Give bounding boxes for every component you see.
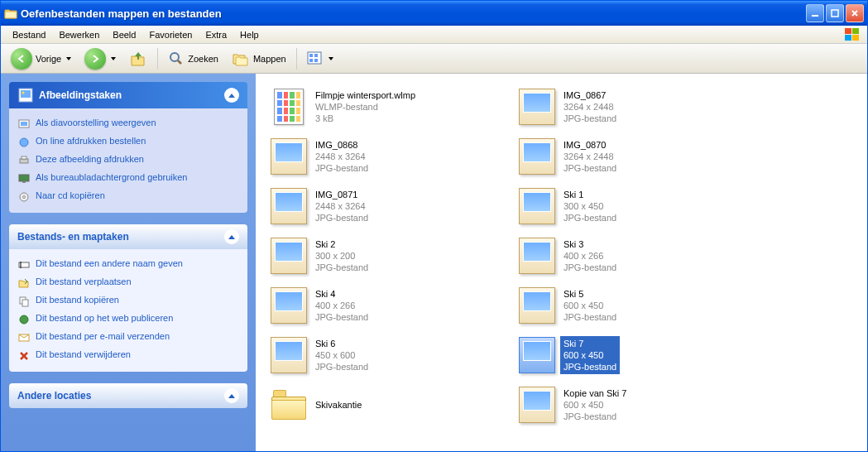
explorer-window: Oefenbestanden mappen en bestanden Besta…	[0, 0, 868, 452]
task-move[interactable]: Dit bestand verplaatsen	[17, 274, 239, 292]
file-info: IMG_08682448 x 3264JPG-bestand	[312, 137, 372, 176]
titlebar[interactable]: Oefenbestanden mappen en bestanden	[1, 1, 867, 26]
menu-help[interactable]: Help	[233, 28, 266, 41]
file-tasks-body: Dit bestand een andere naam geven Dit be…	[9, 249, 247, 372]
window-title: Oefenbestanden mappen en bestanden	[21, 7, 806, 20]
chevron-down-icon	[111, 57, 116, 60]
forward-button[interactable]	[79, 45, 121, 73]
task-publish[interactable]: Dit bestand op het web publiceren	[17, 310, 239, 329]
search-icon	[168, 50, 185, 67]
other-locations-header[interactable]: Andere locaties	[9, 383, 247, 408]
task-print[interactable]: Deze afbeelding afdrukken	[17, 151, 239, 170]
svg-point-14	[22, 92, 25, 94]
svg-point-23	[23, 196, 26, 199]
folders-button[interactable]: Mappen	[227, 47, 291, 70]
file-name: Ski 4	[315, 288, 368, 300]
task-delete[interactable]: Dit bestand verwijderen	[17, 347, 239, 365]
file-item[interactable]: Ski 3400 x 266JPG-bestand	[516, 231, 747, 281]
file-meta: JPG-bestand	[563, 411, 626, 422]
file-item[interactable]: IMG_08703264 x 2448JPG-bestand	[516, 132, 747, 181]
task-email[interactable]: Dit bestand per e-mail verzenden	[17, 329, 239, 347]
windows-logo-icon	[842, 26, 862, 43]
file-tasks-header[interactable]: Bestands- en maptaken	[9, 224, 247, 249]
file-name: IMG_0870	[563, 139, 616, 151]
file-item[interactable]: Ski 5600 x 450JPG-bestand	[516, 281, 747, 330]
collapse-icon[interactable]	[224, 388, 239, 403]
task-copy-cd[interactable]: Naar cd kopiëren	[17, 188, 239, 206]
collapse-icon[interactable]	[224, 229, 239, 244]
file-item[interactable]: Ski 7600 x 450JPG-bestand	[516, 330, 747, 380]
file-meta: JPG-bestand	[563, 162, 616, 174]
up-button[interactable]	[124, 46, 152, 71]
svg-rect-13	[21, 90, 31, 98]
file-name: Ski 1	[563, 189, 616, 200]
file-item[interactable]: Ski 1300 x 450JPG-bestand	[516, 181, 747, 231]
file-meta: 600 x 450	[563, 300, 616, 311]
file-meta: JPG-bestand	[563, 361, 616, 373]
folder-icon	[4, 7, 17, 20]
search-button[interactable]: Zoeken	[163, 47, 223, 70]
file-meta: JPG-bestand	[563, 212, 616, 224]
image-icon	[517, 335, 557, 375]
task-slideshow[interactable]: Als diavoorstelling weergeven	[17, 115, 239, 133]
svg-rect-8	[309, 54, 313, 57]
file-meta: 2448 x 3264	[315, 151, 368, 162]
image-tasks-header[interactable]: Afbeeldingstaken	[9, 82, 247, 108]
file-item[interactable]: Filmpje wintersport.wlmpWLMP-bestand3 kB	[267, 82, 499, 132]
menu-bewerken[interactable]: Bewerken	[52, 28, 106, 41]
minimize-button[interactable]	[806, 4, 824, 22]
content-area: Afbeeldingstaken Als diavoorstelling wee…	[1, 74, 867, 451]
file-meta: 600 x 450	[563, 399, 626, 411]
file-tasks-title: Bestands- en maptaken	[17, 231, 129, 243]
folder-icon	[269, 385, 309, 425]
file-item[interactable]: IMG_08682448 x 3264JPG-bestand	[267, 132, 499, 181]
views-icon	[307, 51, 324, 66]
file-info: IMG_08703264 x 2448JPG-bestand	[560, 137, 620, 176]
file-item[interactable]: Ski 6450 x 600JPG-bestand	[267, 330, 499, 380]
back-button[interactable]: Vorige	[6, 45, 76, 73]
file-info: Filmpje wintersport.wlmpWLMP-bestand3 kB	[312, 88, 419, 126]
file-item[interactable]: Ski 4400 x 266JPG-bestand	[267, 281, 499, 330]
menu-beeld[interactable]: Beeld	[106, 28, 142, 41]
maximize-button[interactable]	[826, 4, 844, 22]
file-meta: JPG-bestand	[315, 361, 368, 373]
file-name: IMG_0868	[315, 139, 368, 151]
file-item[interactable]: IMG_08673264 x 2448JPG-bestand	[516, 82, 747, 132]
task-copy[interactable]: Dit bestand kopiëren	[17, 292, 239, 310]
menu-bestand[interactable]: Bestand	[6, 28, 52, 41]
task-sidebar: Afbeeldingstaken Als diavoorstelling wee…	[1, 74, 256, 451]
image-icon	[269, 186, 309, 226]
slideshow-icon	[17, 118, 31, 131]
task-rename[interactable]: Dit bestand een andere naam geven	[17, 256, 239, 274]
views-button[interactable]	[302, 48, 338, 70]
move-icon	[17, 276, 31, 290]
chevron-down-icon	[328, 57, 333, 60]
file-item[interactable]: Ski 2300 x 200JPG-bestand	[267, 231, 499, 281]
menubar: Bestand Bewerken Beeld Favorieten Extra …	[1, 26, 867, 44]
folders-icon	[232, 50, 250, 67]
file-item[interactable]: Kopie van Ski 7600 x 450JPG-bestand	[516, 380, 747, 430]
file-list[interactable]: Filmpje wintersport.wlmpWLMP-bestand3 kB…	[256, 74, 867, 451]
task-order-prints[interactable]: On line afdrukken bestellen	[17, 133, 239, 151]
svg-point-28	[20, 315, 28, 324]
image-icon	[517, 137, 557, 176]
file-item[interactable]: Skivakantie	[267, 380, 499, 430]
image-icon	[517, 236, 557, 276]
close-button[interactable]	[846, 4, 864, 22]
svg-rect-20	[19, 175, 29, 181]
menu-extra[interactable]: Extra	[199, 28, 233, 41]
svg-rect-18	[20, 159, 28, 163]
file-item[interactable]: IMG_08712448 x 3264JPG-bestand	[267, 181, 499, 231]
task-wallpaper[interactable]: Als bureaubladachtergrond gebruiken	[17, 170, 239, 188]
file-info: Ski 6450 x 600JPG-bestand	[312, 336, 372, 374]
svg-rect-11	[314, 59, 318, 62]
file-meta: 400 x 266	[315, 300, 368, 311]
menu-favorieten[interactable]: Favorieten	[142, 28, 199, 41]
image-icon	[517, 186, 557, 226]
back-label: Vorige	[36, 54, 61, 64]
email-icon	[17, 331, 31, 344]
collapse-icon[interactable]	[224, 88, 239, 103]
image-tasks-body: Als diavoorstelling weergeven On line af…	[9, 108, 247, 213]
file-meta: 3 kB	[315, 113, 415, 124]
file-name: Filmpje wintersport.wlmp	[315, 89, 415, 101]
